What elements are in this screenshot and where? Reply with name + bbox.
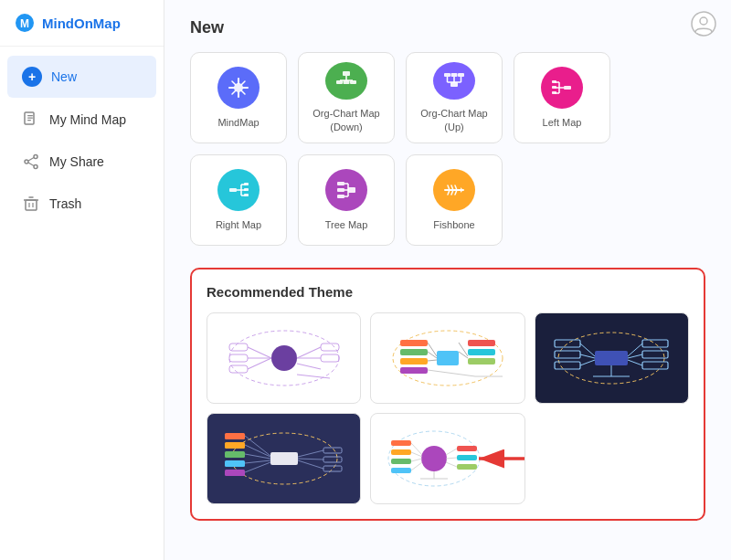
fishbone-label: Fishbone [433, 218, 474, 231]
svg-rect-106 [595, 351, 628, 365]
svg-rect-141 [391, 440, 411, 446]
sidebar-item-new-label: New [51, 69, 77, 84]
sidebar-item-trash-label: Trash [49, 196, 81, 211]
svg-line-87 [297, 364, 321, 369]
svg-line-100 [428, 360, 437, 361]
plus-icon: + [22, 67, 42, 87]
svg-rect-92 [400, 349, 428, 355]
logo-text: MindOnMap [42, 16, 121, 31]
org-chart-up-label: Org-Chart Map (Up) [416, 107, 493, 133]
svg-rect-60 [337, 188, 344, 192]
svg-rect-31 [344, 80, 350, 84]
svg-rect-36 [444, 73, 450, 77]
sidebar-item-trash[interactable]: Trash [7, 184, 156, 224]
theme-card-5[interactable] [370, 413, 524, 504]
map-card-left-map[interactable]: Left Map [514, 52, 610, 143]
org-chart-down-label: Org-Chart Map(Down) [313, 107, 379, 133]
svg-line-23 [232, 81, 236, 85]
svg-line-148 [411, 462, 422, 470]
svg-rect-32 [350, 80, 356, 84]
svg-rect-57 [244, 188, 249, 191]
svg-rect-80 [229, 354, 248, 362]
svg-rect-125 [225, 451, 245, 458]
map-card-org-chart-up[interactable]: Org-Chart Map (Up) [406, 52, 503, 143]
svg-text:M: M [20, 17, 29, 30]
theme-preview-3 [547, 322, 675, 395]
svg-rect-61 [337, 195, 344, 198]
logo-icon: M [15, 13, 35, 33]
theme-card-3[interactable] [535, 312, 689, 404]
tree-map-icon-circle [325, 169, 367, 211]
svg-point-140 [421, 446, 447, 471]
sidebar-item-my-share[interactable]: My Share [7, 142, 156, 182]
left-map-icon-circle [541, 67, 583, 109]
svg-rect-48 [552, 86, 556, 89]
svg-line-81 [248, 358, 271, 369]
svg-rect-133 [323, 448, 342, 453]
svg-line-112 [580, 360, 595, 365]
svg-line-154 [446, 462, 457, 467]
svg-rect-58 [244, 194, 249, 196]
svg-rect-124 [225, 442, 245, 449]
user-avatar[interactable] [691, 11, 716, 40]
svg-rect-113 [642, 340, 668, 347]
svg-line-9 [28, 158, 34, 162]
svg-rect-30 [336, 80, 343, 84]
svg-rect-93 [400, 358, 428, 365]
red-arrow-icon [470, 445, 525, 472]
svg-rect-143 [391, 459, 411, 464]
svg-rect-49 [552, 91, 556, 94]
recommended-title: Recommended Theme [207, 284, 689, 300]
svg-line-152 [446, 449, 457, 455]
theme-card-2[interactable] [370, 312, 524, 404]
svg-rect-27 [343, 71, 350, 76]
tree-map-label: Tree Map [325, 218, 368, 231]
map-card-org-chart-down[interactable]: Org-Chart Map(Down) [298, 52, 395, 143]
left-map-label: Left Map [543, 116, 582, 129]
svg-line-138 [298, 460, 323, 469]
svg-rect-59 [337, 182, 344, 185]
svg-point-76 [271, 345, 297, 371]
svg-rect-41 [564, 86, 571, 90]
logo: M MindOnMap [0, 0, 164, 47]
recommended-theme-section: Recommended Theme [190, 268, 705, 521]
svg-rect-97 [468, 358, 495, 365]
svg-rect-3 [27, 115, 33, 116]
svg-line-131 [245, 460, 270, 463]
svg-line-153 [446, 458, 457, 459]
right-map-label: Right Map [216, 218, 261, 231]
svg-rect-109 [555, 362, 580, 369]
trash-icon [22, 195, 40, 213]
svg-line-110 [580, 343, 595, 356]
svg-line-77 [248, 347, 271, 358]
file-icon [22, 111, 40, 129]
svg-line-101 [459, 343, 468, 356]
svg-line-128 [245, 436, 270, 456]
sidebar-item-my-mind-map[interactable]: My Mind Map [7, 100, 156, 140]
svg-line-83 [297, 347, 321, 358]
theme-card-4[interactable] [207, 413, 361, 504]
sidebar-item-my-mind-map-label: My Mind Map [49, 112, 126, 127]
map-card-tree-map[interactable]: Tree Map [298, 154, 395, 246]
map-card-fishbone[interactable]: Fishbone [406, 154, 503, 246]
theme-preview-2 [384, 322, 512, 395]
svg-line-88 [297, 375, 330, 378]
svg-rect-37 [451, 73, 458, 77]
svg-rect-66 [348, 187, 355, 193]
svg-line-137 [298, 459, 323, 460]
theme-card-1[interactable] [207, 312, 361, 404]
svg-rect-86 [321, 354, 339, 362]
map-card-mindmap[interactable]: MindMap [190, 52, 287, 143]
org-chart-down-icon-circle [325, 62, 367, 100]
sidebar-item-new[interactable]: + New [7, 56, 156, 98]
svg-rect-115 [642, 362, 668, 369]
svg-point-8 [25, 160, 28, 164]
svg-rect-96 [468, 349, 495, 355]
svg-line-10 [28, 163, 34, 166]
svg-line-136 [298, 450, 323, 457]
svg-rect-47 [552, 80, 556, 83]
svg-rect-134 [323, 457, 342, 462]
new-section-title: New [190, 18, 705, 37]
svg-rect-40 [450, 82, 458, 87]
map-card-right-map[interactable]: Right Map [190, 154, 287, 246]
